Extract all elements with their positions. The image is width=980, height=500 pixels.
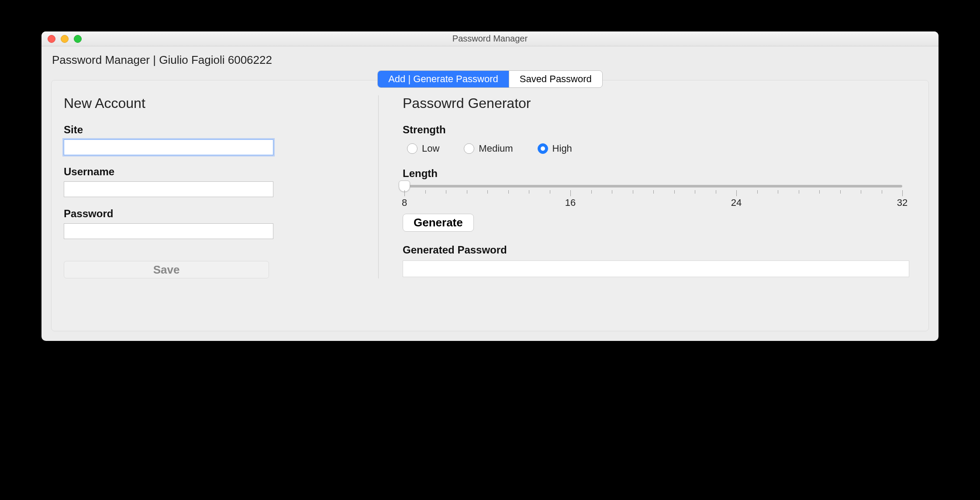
generate-button[interactable]: Generate — [403, 214, 474, 232]
tab-bar: Add | Generate Password Saved Password — [41, 70, 939, 80]
strength-radio-medium[interactable]: Medium — [464, 143, 513, 154]
segmented-control: Add | Generate Password Saved Password — [377, 70, 603, 88]
slider-tick-label: 8 — [402, 197, 407, 208]
slider-tick — [902, 190, 903, 196]
slider-tick — [591, 190, 592, 194]
password-label: Password — [64, 208, 361, 220]
strength-radio-low[interactable]: Low — [407, 143, 439, 154]
password-generator-section: Passowrd Generator Strength Low Medium H… — [378, 95, 916, 278]
slider-tick — [550, 190, 550, 194]
tab-add-generate[interactable]: Add | Generate Password — [378, 71, 509, 87]
slider-tick — [425, 190, 426, 194]
slider-tick — [570, 190, 571, 196]
window-title: Password Manager — [41, 34, 939, 44]
slider-tick — [819, 190, 820, 194]
strength-label: Strength — [403, 124, 916, 136]
username-label: Username — [64, 166, 361, 178]
slider-tick — [653, 190, 654, 194]
new-account-section: New Account Site Username Password Save — [64, 95, 378, 278]
slider-tick — [446, 190, 446, 194]
app-subtitle: Password Manager | Giulio Fagioli 600622… — [41, 46, 939, 71]
slider-tick-label: 32 — [897, 197, 908, 208]
slider-ticks: 8162432 — [404, 190, 902, 200]
slider-tick — [633, 190, 633, 194]
slider-tick — [840, 190, 841, 194]
new-account-heading: New Account — [64, 95, 361, 111]
slider-track — [404, 185, 902, 188]
generated-password-output[interactable] — [403, 260, 909, 277]
site-input[interactable] — [64, 139, 273, 155]
slider-tick — [861, 190, 861, 194]
slider-tick-label: 16 — [565, 197, 576, 208]
password-input[interactable] — [64, 223, 273, 239]
slider-tick — [778, 190, 778, 194]
tab-saved-password[interactable]: Saved Password — [509, 71, 602, 87]
username-input[interactable] — [64, 181, 273, 197]
site-label: Site — [64, 124, 361, 136]
slider-tick — [799, 190, 799, 194]
slider-tick — [467, 190, 467, 194]
strength-radio-group: Low Medium High — [407, 143, 916, 154]
main-panel: New Account Site Username Password Save … — [51, 80, 929, 331]
length-slider[interactable]: 8162432 — [404, 185, 902, 200]
radio-label: Medium — [479, 143, 513, 154]
slider-tick — [487, 190, 488, 194]
slider-tick — [612, 190, 612, 194]
slider-tick-label: 24 — [731, 197, 742, 208]
save-button[interactable]: Save — [64, 261, 269, 278]
slider-tick — [882, 190, 882, 194]
slider-tick — [674, 190, 675, 194]
length-label: Length — [403, 167, 916, 180]
strength-radio-high[interactable]: High — [538, 143, 572, 154]
generator-heading: Passowrd Generator — [403, 95, 916, 111]
radio-icon — [538, 143, 548, 154]
app-window: Password Manager Password Manager | Giul… — [41, 31, 939, 341]
radio-label: High — [552, 143, 572, 154]
slider-tick — [529, 190, 529, 194]
slider-tick — [736, 190, 737, 196]
slider-tick — [695, 190, 695, 194]
slider-tick — [716, 190, 716, 194]
generated-password-label: Generated Password — [403, 244, 916, 256]
radio-icon — [464, 143, 474, 154]
radio-icon — [407, 143, 418, 154]
slider-tick — [404, 190, 405, 196]
radio-label: Low — [422, 143, 439, 154]
slider-tick — [508, 190, 509, 194]
titlebar: Password Manager — [41, 31, 939, 46]
slider-tick — [757, 190, 758, 194]
